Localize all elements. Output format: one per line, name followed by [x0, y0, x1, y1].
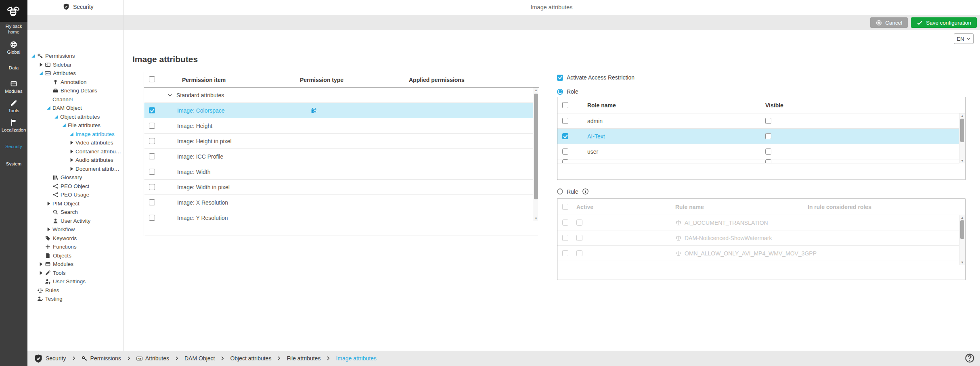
- visible-checkbox[interactable]: [765, 118, 771, 124]
- tree-item-modules[interactable]: Modules: [27, 260, 123, 269]
- role-checkbox[interactable]: [562, 148, 568, 155]
- tree-item-glossary[interactable]: Glossary: [27, 173, 123, 182]
- tree-item-audio-attributes[interactable]: Audio attributes: [27, 156, 123, 165]
- tree-item-sidebar[interactable]: Sidebar: [27, 61, 123, 69]
- sidebar-item-modules[interactable]: Modules: [0, 80, 27, 94]
- tree-expander-expanded-icon[interactable]: [61, 122, 67, 128]
- tree-item-video-attributes[interactable]: Video attributes: [27, 138, 123, 147]
- tree-item-workflow[interactable]: Workflow: [27, 225, 123, 234]
- help-icon[interactable]: [965, 353, 975, 363]
- scroll-down-arrow-icon[interactable]: ▼: [959, 158, 965, 163]
- role-row-ai-text[interactable]: AI-Text: [557, 129, 965, 144]
- row-checkbox[interactable]: [149, 107, 155, 113]
- row-checkbox[interactable]: [149, 138, 155, 144]
- activate-access-restriction-checkbox[interactable]: [557, 75, 563, 81]
- permission-table-scrollbar[interactable]: ▲ ▼: [533, 88, 539, 221]
- rule-table-scrollbar[interactable]: ▲ ▼: [959, 215, 965, 265]
- sidebar-item-data[interactable]: Data: [0, 65, 27, 70]
- select-all-checkbox[interactable]: [149, 76, 155, 82]
- scroll-up-arrow-icon[interactable]: ▲: [533, 88, 539, 93]
- scroll-down-arrow-icon[interactable]: ▼: [959, 260, 965, 265]
- tree-item-container-attribu[interactable]: Container attribu…: [27, 147, 123, 156]
- tree-item-rules[interactable]: Rules: [27, 286, 123, 295]
- tree-expander-expanded-icon[interactable]: [30, 53, 36, 59]
- tree-item-peo-usage[interactable]: PEO Usage: [27, 190, 123, 199]
- rule-radio[interactable]: [557, 188, 563, 195]
- permission-row-image-x-resolution[interactable]: Image: X Resolution: [144, 195, 539, 210]
- tree-item-user-activity[interactable]: User Activity: [27, 217, 123, 226]
- tree-expander-expanded-icon[interactable]: [69, 131, 75, 137]
- permission-row-image-width[interactable]: Image: Width: [144, 164, 539, 180]
- role-checkbox[interactable]: [562, 118, 568, 124]
- tree-item-peo-object[interactable]: PEO Object: [27, 182, 123, 191]
- scrollbar-thumb[interactable]: [960, 119, 964, 142]
- tree-expander-collapsed-icon[interactable]: [46, 201, 52, 207]
- scrollbar-thumb[interactable]: [534, 94, 538, 199]
- permission-row-image-colorspace[interactable]: Image: Colorspace: [144, 103, 539, 118]
- row-checkbox[interactable]: [149, 153, 155, 159]
- row-checkbox[interactable]: [149, 169, 155, 175]
- permission-row-image-y-resolution[interactable]: Image: Y Resolution: [144, 210, 539, 221]
- tree-expander-expanded-icon[interactable]: [46, 105, 52, 111]
- row-checkbox[interactable]: [149, 184, 155, 190]
- row-checkbox[interactable]: [149, 123, 155, 129]
- row-checkbox[interactable]: [149, 199, 155, 205]
- tree-expander-collapsed-icon[interactable]: [69, 166, 75, 172]
- tree-expander-collapsed-icon[interactable]: [38, 270, 44, 276]
- breadcrumb-item-image-attributes[interactable]: Image attributes: [336, 355, 376, 362]
- tree-item-permissions[interactable]: Permissions: [27, 52, 123, 61]
- tree-item-search[interactable]: Search: [27, 208, 123, 217]
- tree-expander-collapsed-icon[interactable]: [38, 62, 44, 68]
- permission-row-image-height-in-pixel[interactable]: Image: Height in pixel: [144, 134, 539, 149]
- breadcrumb-item-file-attributes[interactable]: File attributes: [287, 355, 320, 362]
- tree-item-testing[interactable]: Testing: [27, 295, 123, 303]
- tree-expander-collapsed-icon[interactable]: [46, 226, 52, 232]
- tree-item-channel[interactable]: Channel: [27, 95, 123, 104]
- fly-back-home-button[interactable]: [0, 0, 27, 22]
- role-row-admin[interactable]: admin: [557, 113, 965, 129]
- tree-expander-collapsed-icon[interactable]: [69, 157, 75, 163]
- breadcrumb-item-dam-object[interactable]: DAM Object: [184, 355, 215, 362]
- tree-item-briefing-details[interactable]: Briefing Details: [27, 86, 123, 95]
- visible-checkbox[interactable]: [765, 133, 771, 139]
- sidebar-item-localization[interactable]: Localization: [0, 119, 27, 132]
- tree-item-object-attributes[interactable]: Object attributes: [27, 113, 123, 121]
- breadcrumb-item-attributes[interactable]: ABAttributes: [136, 355, 169, 362]
- tree-item-annotation[interactable]: Annotation: [27, 78, 123, 87]
- tree-item-file-attributes[interactable]: File attributes: [27, 121, 123, 130]
- tree-item-functions[interactable]: Functions: [27, 243, 123, 251]
- tree-item-document-attrib[interactable]: Document attrib…: [27, 165, 123, 174]
- tree-item-tools[interactable]: Tools: [27, 269, 123, 278]
- tree-item-image-attributes[interactable]: Image attributes: [27, 130, 123, 139]
- role-radio[interactable]: [557, 89, 563, 95]
- scroll-up-arrow-icon[interactable]: ▲: [959, 215, 965, 220]
- sidebar-item-global[interactable]: Global: [0, 41, 27, 54]
- language-select[interactable]: EN: [954, 33, 974, 44]
- sidebar-item-tools[interactable]: Tools: [0, 99, 27, 113]
- tree-expander-collapsed-icon[interactable]: [69, 148, 75, 155]
- breadcrumb-item-security[interactable]: Security: [34, 354, 66, 363]
- breadcrumb-item-object-attributes[interactable]: Object attributes: [230, 355, 271, 362]
- permission-row-image-width-in-pixel[interactable]: Image: Width in pixel: [144, 180, 539, 195]
- permission-row-image-icc-profile[interactable]: Image: ICC Profile: [144, 149, 539, 164]
- save-configuration-button[interactable]: Save configuration: [911, 17, 977, 28]
- cancel-button[interactable]: Cancel: [870, 17, 908, 28]
- tree-expander-collapsed-icon[interactable]: [38, 261, 44, 267]
- role-checkbox[interactable]: [562, 133, 568, 139]
- sidebar-item-security[interactable]: Security: [0, 144, 27, 149]
- tree-item-pim-object[interactable]: PIM Object: [27, 199, 123, 208]
- sidebar-item-system[interactable]: System: [0, 161, 27, 166]
- tree-item-dam-object[interactable]: DAM Object: [27, 104, 123, 113]
- tree-item-keywords[interactable]: Keywords: [27, 234, 123, 243]
- role-table-scrollbar[interactable]: ▲ ▼: [959, 113, 965, 163]
- info-icon[interactable]: [582, 188, 589, 195]
- tree-item-attributes[interactable]: ABAttributes: [27, 69, 123, 78]
- scroll-down-arrow-icon[interactable]: ▼: [533, 216, 539, 221]
- tree-item-objects[interactable]: Objects: [27, 251, 123, 260]
- role-row-user[interactable]: user: [557, 144, 965, 159]
- tree-expander-collapsed-icon[interactable]: [69, 140, 75, 146]
- fly-back-home-label[interactable]: Fly back home: [0, 23, 27, 35]
- tree-expander-expanded-icon[interactable]: [38, 70, 44, 76]
- group-row-standard-attributes[interactable]: Standard attributes: [144, 88, 539, 103]
- scroll-up-arrow-icon[interactable]: ▲: [959, 113, 965, 119]
